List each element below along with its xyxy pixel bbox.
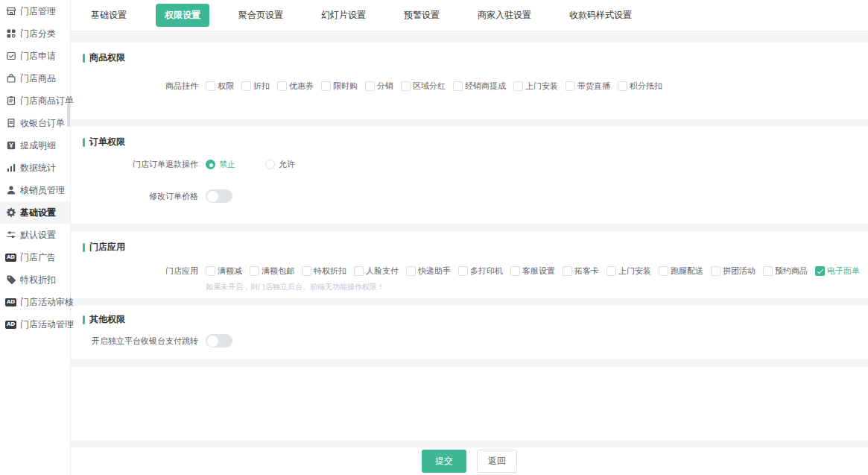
sidebar-item-label: 提成明细: [20, 139, 56, 152]
checkbox-满额包邮[interactable]: 满额包邮: [250, 265, 294, 277]
checkbox-label: 分销: [377, 81, 393, 92]
tab-5[interactable]: 预警设置: [395, 4, 449, 27]
checkbox-满额减[interactable]: 满额减: [206, 265, 242, 277]
checkbox-box-icon[interactable]: [606, 266, 616, 276]
section-rows: 门店应用满额减满额包邮特权折扣人脸支付快递助手多打印机客服设置拓客卡上门安装跑腿…: [83, 265, 856, 292]
submit-button[interactable]: 提交: [422, 450, 466, 473]
form-row: 开启独立平台收银台支付跳转: [83, 334, 856, 347]
checkbox-拼团活动[interactable]: 拼团活动: [711, 265, 755, 277]
checkbox-box-icon[interactable]: [401, 81, 411, 91]
sidebar-item-4[interactable]: 门店商品: [0, 67, 70, 89]
checkbox-box-icon[interactable]: [206, 266, 215, 276]
checkbox-box-icon[interactable]: [453, 81, 463, 91]
sidebar: 门店管理门店分类门店申请门店商品门店商品订单收银台订单提成明细数据统计核销员管理…: [0, 0, 71, 475]
radio-禁止[interactable]: 禁止: [206, 159, 235, 170]
checkbox-label: 上门安装: [618, 265, 651, 277]
sidebar-item-6[interactable]: 收银台订单: [0, 112, 70, 134]
sidebar-item-3[interactable]: 门店申请: [0, 45, 70, 67]
tab-6[interactable]: 商家入驻设置: [469, 4, 540, 27]
checkbox-区域分红[interactable]: 区域分红: [401, 81, 446, 92]
checkbox-优惠券[interactable]: 优惠券: [277, 81, 314, 92]
sidebar-item-2[interactable]: 门店分类: [0, 22, 70, 45]
checkbox-上门安装[interactable]: 上门安装: [606, 265, 651, 277]
checkbox-人脸支付[interactable]: 人脸支付: [354, 265, 399, 277]
form-row: 修改订单价格: [83, 189, 856, 203]
sidebar-item-label: 门店广告: [20, 251, 56, 264]
checkbox-电子面单[interactable]: 电子面单: [815, 265, 860, 277]
sidebar-item-label: 门店活动管理: [20, 318, 74, 331]
sidebar-item-12[interactable]: AD门店广告: [0, 246, 70, 268]
checkbox-box-icon[interactable]: [241, 81, 251, 91]
checkbox-box-icon[interactable]: [563, 266, 572, 276]
tab-3[interactable]: 聚合页设置: [229, 4, 292, 27]
sidebar-item-14[interactable]: AD门店活动审核: [0, 291, 70, 313]
checkbox-box-icon[interactable]: [321, 81, 331, 91]
tab-2[interactable]: 权限设置: [156, 4, 209, 27]
back-button[interactable]: 返回: [477, 450, 517, 473]
radio-label: 允许: [279, 159, 295, 170]
tab-4[interactable]: 幻灯片设置: [312, 4, 375, 27]
sidebar-item-10[interactable]: 基础设置: [0, 201, 70, 224]
checkbox-box-icon[interactable]: [510, 266, 520, 276]
checkbox-box-icon[interactable]: [659, 266, 668, 276]
sidebar-scrollbar-thumb[interactable]: [67, 103, 70, 127]
checkbox-box-icon[interactable]: [206, 81, 215, 91]
tab-7[interactable]: 收款码样式设置: [560, 4, 641, 27]
checkbox-上门安装[interactable]: 上门安装: [513, 81, 558, 92]
checkbox-多打印机[interactable]: 多打印机: [458, 265, 503, 277]
sidebar-item-8[interactable]: 数据统计: [0, 157, 70, 179]
checkbox-box-icon[interactable]: [250, 266, 259, 276]
checkbox-box-icon[interactable]: [302, 266, 311, 276]
sidebar-item-13[interactable]: 特权折扣: [0, 268, 70, 291]
checkbox-box-icon[interactable]: [365, 81, 375, 91]
checkbox-box-icon[interactable]: [354, 266, 364, 276]
tab-1[interactable]: 基础设置: [82, 4, 136, 27]
checkbox-折扣[interactable]: 折扣: [241, 81, 270, 92]
verifier-person-icon: [5, 185, 16, 196]
toggle-switch[interactable]: [206, 189, 232, 203]
checkbox-box-icon[interactable]: [763, 266, 773, 276]
checkbox-限时购[interactable]: 限时购: [321, 81, 358, 92]
checkbox-box-icon[interactable]: [458, 266, 468, 276]
goods-order-icon: [5, 95, 16, 107]
checkbox-权限[interactable]: 权限: [206, 81, 234, 92]
settings-tabbar: 基础设置权限设置聚合页设置幻灯片设置预警设置商家入驻设置收款码样式设置: [71, 0, 868, 31]
checkbox-拓客卡[interactable]: 拓客卡: [563, 265, 599, 277]
checkbox-快递助手[interactable]: 快递助手: [406, 265, 451, 277]
radio-dot-icon[interactable]: [206, 160, 215, 169]
checkbox-label: 预约商品: [775, 265, 808, 277]
section-title: 订单权限: [83, 136, 856, 148]
ad-icon: AD: [5, 297, 16, 308]
sidebar-item-7[interactable]: 提成明细: [0, 134, 70, 157]
checkbox-跑腿配送[interactable]: 跑腿配送: [659, 265, 703, 277]
category-grid-icon: [5, 28, 16, 40]
checkbox-积分抵扣[interactable]: 积分抵扣: [618, 81, 662, 92]
sidebar-item-9[interactable]: 核销员管理: [0, 179, 70, 201]
radio-允许[interactable]: 允许: [265, 159, 295, 170]
checkbox-box-icon[interactable]: [513, 81, 523, 91]
checkbox-特权折扣[interactable]: 特权折扣: [302, 265, 346, 277]
checkbox-带货直播[interactable]: 带货直播: [566, 81, 610, 92]
checkbox-客服设置[interactable]: 客服设置: [510, 265, 555, 277]
radio-dot-icon[interactable]: [265, 160, 275, 169]
checkbox-box-icon[interactable]: [815, 266, 825, 276]
checkbox-box-icon[interactable]: [277, 81, 287, 91]
checkbox-经销商提成[interactable]: 经销商提成: [453, 81, 506, 92]
checkbox-box-icon[interactable]: [618, 81, 627, 91]
toggle-switch[interactable]: [206, 334, 232, 347]
sidebar-item-11[interactable]: 默认设置: [0, 224, 70, 246]
checkbox-box-icon[interactable]: [566, 81, 575, 91]
sidebar-item-label: 核销员管理: [20, 184, 65, 197]
form-label: 修改订单价格: [83, 191, 198, 202]
sidebar-item-1[interactable]: 门店管理: [0, 0, 70, 22]
checkbox-box-icon[interactable]: [406, 266, 416, 276]
checkbox-box-icon[interactable]: [711, 266, 720, 276]
checkbox-label: 带货直播: [577, 81, 610, 92]
sidebar-item-5[interactable]: 门店商品订单: [0, 89, 70, 112]
sidebar-item-15[interactable]: AD门店活动管理: [0, 313, 70, 336]
form-row: 商品挂件权限折扣优惠券限时购分销区域分红经销商提成上门安装带货直播积分抵扣: [83, 81, 856, 92]
checkbox-label: 拼团活动: [723, 265, 755, 277]
checkbox-label: 经销商提成: [465, 81, 506, 92]
checkbox-分销[interactable]: 分销: [365, 81, 393, 92]
checkbox-预约商品[interactable]: 预约商品: [763, 265, 808, 277]
